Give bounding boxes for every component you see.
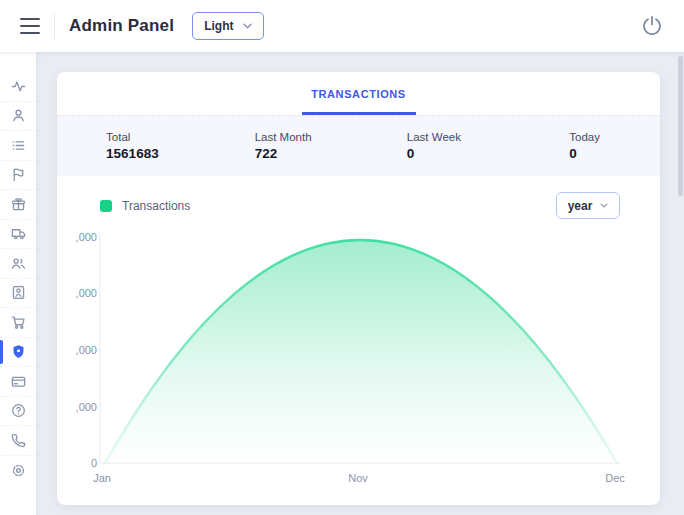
stat-total-label: Total <box>106 131 159 143</box>
stat-today: Today 0 <box>509 116 660 176</box>
hamburger-icon[interactable] <box>20 18 40 34</box>
chevron-down-icon <box>600 203 608 208</box>
sidebar-item-accounts[interactable] <box>0 279 36 309</box>
y-axis-tick: 0 <box>91 457 97 469</box>
theme-dropdown[interactable]: Light <box>192 12 263 40</box>
stat-last-week-value: 0 <box>407 146 461 161</box>
power-icon <box>641 15 663 37</box>
stat-total: Total 1561683 <box>57 116 208 176</box>
period-dropdown-value: year <box>568 199 593 213</box>
stat-last-month-value: 722 <box>255 146 312 161</box>
logout-power-button[interactable] <box>640 14 664 38</box>
stat-total-value: 1561683 <box>106 146 159 161</box>
sidebar <box>0 52 36 515</box>
top-bar: Admin Panel Light <box>0 0 684 52</box>
user-icon <box>11 108 26 123</box>
cart-icon <box>11 315 26 330</box>
sidebar-item-support[interactable] <box>0 426 36 456</box>
y-axis-tick: ,000 <box>76 401 97 413</box>
topbar-divider <box>54 13 55 39</box>
sidebar-item-help[interactable] <box>0 397 36 427</box>
x-axis-label-jan: Jan <box>93 472 111 484</box>
stats-row: Total 1561683 Last Month 722 Last Week 0… <box>57 115 660 176</box>
theme-dropdown-value: Light <box>204 19 233 33</box>
activity-icon <box>11 79 26 94</box>
tab-bar: TRANSACTIONS <box>57 72 660 115</box>
admin-panel-app: Admin Panel Light <box>0 0 684 515</box>
stat-last-month: Last Month 722 <box>208 116 359 176</box>
gift-icon <box>11 197 26 212</box>
shield-icon <box>11 344 26 359</box>
period-dropdown[interactable]: year <box>556 192 620 219</box>
chevron-down-icon <box>243 23 252 29</box>
tab-active-underline <box>302 112 416 115</box>
help-circle-icon <box>11 403 26 418</box>
sidebar-item-dashboard[interactable] <box>0 72 36 102</box>
transactions-chart: Transactions year ,000 ,000 ,000 ,000 0 … <box>57 176 660 505</box>
credit-card-icon <box>11 374 26 389</box>
sidebar-item-users[interactable] <box>0 102 36 132</box>
area-chart-canvas <box>57 176 660 505</box>
sidebar-item-payments[interactable] <box>0 367 36 397</box>
sidebar-item-orders[interactable] <box>0 308 36 338</box>
user-badge-icon <box>11 285 26 300</box>
legend-marker-icon <box>100 200 112 212</box>
legend-label: Transactions <box>122 199 190 213</box>
sidebar-item-deliveries[interactable] <box>0 220 36 250</box>
y-axis-tick: ,000 <box>76 344 97 356</box>
page-title: Admin Panel <box>69 16 174 36</box>
scrollbar-thumb[interactable] <box>678 56 683 196</box>
sidebar-item-rewards[interactable] <box>0 190 36 220</box>
users-icon <box>11 256 26 271</box>
transactions-card: TRANSACTIONS Total 1561683 Last Month 72… <box>57 72 660 505</box>
sidebar-item-reports[interactable] <box>0 161 36 191</box>
truck-icon <box>11 226 26 241</box>
sidebar-item-teams[interactable] <box>0 249 36 279</box>
stat-today-label: Today <box>569 131 600 143</box>
tab-transactions-label: TRANSACTIONS <box>311 88 406 100</box>
flag-icon <box>11 167 26 182</box>
sidebar-item-transactions[interactable] <box>0 338 36 368</box>
y-axis-tick: ,000 <box>76 287 97 299</box>
phone-icon <box>11 433 26 448</box>
gear-icon <box>11 463 26 478</box>
list-icon <box>11 138 26 153</box>
tab-transactions[interactable]: TRANSACTIONS <box>311 72 406 115</box>
x-axis-label-dec: Dec <box>605 472 625 484</box>
y-axis-tick: ,000 <box>76 231 97 243</box>
stat-last-week-label: Last Week <box>407 131 461 143</box>
stat-last-month-label: Last Month <box>255 131 312 143</box>
sidebar-item-lists[interactable] <box>0 131 36 161</box>
x-axis-label-nov: Nov <box>348 472 368 484</box>
stat-today-value: 0 <box>569 146 600 161</box>
chart-legend[interactable]: Transactions <box>100 199 190 213</box>
sidebar-item-settings[interactable] <box>0 456 36 486</box>
stat-last-week: Last Week 0 <box>359 116 510 176</box>
